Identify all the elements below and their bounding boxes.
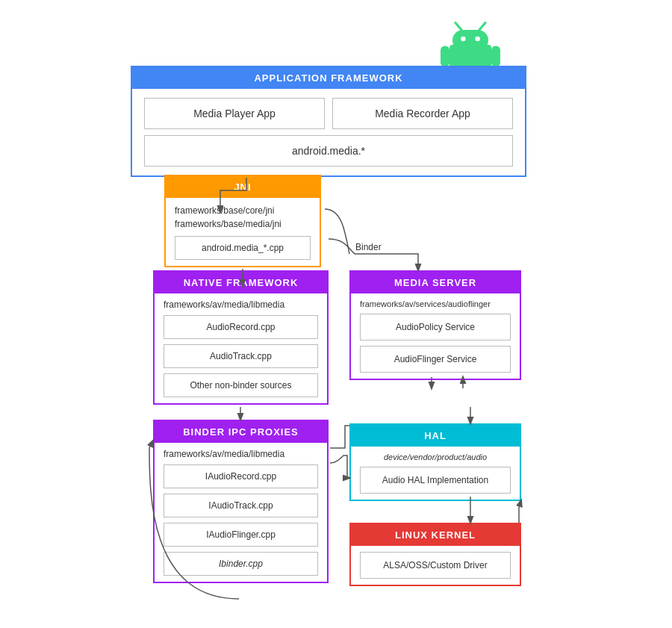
- linux-kernel-header: LINUX KERNEL: [351, 524, 520, 546]
- ibinder-box: Ibinder.cpp: [164, 552, 318, 576]
- native-framework-header: NATIVE FRAMEWORK: [155, 272, 327, 293]
- hal-path: device/vendor/product/audio: [360, 453, 511, 461]
- jni-header: JNI: [166, 176, 320, 198]
- diagram-container: APPLICATION FRAMEWORK Media Player App M…: [0, 0, 672, 628]
- svg-point-3: [475, 37, 479, 41]
- binder-label: Binder: [355, 242, 382, 252]
- linux-kernel-box: LINUX KERNEL ALSA/OSS/Custom Driver: [349, 523, 521, 586]
- app-framework-box: APPLICATION FRAMEWORK Media Player App M…: [131, 66, 526, 177]
- svg-rect-7: [491, 46, 500, 67]
- audio-hal-impl-box: Audio HAL Implementation: [360, 467, 511, 494]
- audio-policy-service-box: AudioPolicy Service: [360, 314, 511, 341]
- other-sources-box: Other non-binder sources: [164, 373, 318, 397]
- jni-path: frameworks/base/core/jniframeworks/base/…: [175, 204, 311, 231]
- media-server-header: MEDIA SERVER: [351, 272, 520, 293]
- iaudio-record-box: IAudioRecord.cpp: [164, 464, 318, 488]
- jni-box: JNI frameworks/base/core/jniframeworks/b…: [164, 175, 321, 267]
- audio-track-box: AudioTrack.cpp: [164, 344, 318, 368]
- media-recorder-app-box: Media Recorder App: [332, 98, 513, 129]
- hal-box: HAL device/vendor/product/audio Audio HA…: [349, 423, 521, 501]
- iaudio-flinger-box: IAudioFlinger.cpp: [164, 523, 318, 547]
- svg-line-5: [479, 22, 485, 30]
- alsa-driver-box: ALSA/OSS/Custom Driver: [360, 552, 511, 579]
- svg-line-4: [455, 22, 461, 30]
- binder-path: frameworks/av/media/libmedia: [164, 449, 318, 459]
- binder-ipc-header: BINDER IPC PROXIES: [155, 421, 327, 443]
- hal-header: HAL: [351, 425, 520, 447]
- android-media-box: android.media.*: [144, 135, 513, 167]
- native-path: frameworks/av/media/libmedia: [164, 299, 318, 310]
- media-server-box: MEDIA SERVER frameworks/av/services/audi…: [349, 270, 521, 380]
- jni-cpp-box: android.media_*.cpp: [175, 236, 311, 260]
- audio-record-box: AudioRecord.cpp: [164, 315, 318, 339]
- native-framework-box: NATIVE FRAMEWORK frameworks/av/media/lib…: [153, 270, 329, 405]
- media-server-path: frameworks/av/services/audioflinger: [360, 299, 511, 308]
- media-player-app-box: Media Player App: [144, 98, 325, 129]
- svg-rect-6: [441, 46, 449, 67]
- iaudio-track-box: IAudioTrack.cpp: [164, 494, 318, 517]
- app-framework-header: APPLICATION FRAMEWORK: [132, 67, 525, 89]
- audio-flinger-service-box: AudioFlinger Service: [360, 346, 511, 373]
- binder-ipc-box: BINDER IPC PROXIES frameworks/av/media/l…: [153, 420, 329, 583]
- svg-point-2: [461, 37, 465, 41]
- svg-rect-1: [452, 30, 488, 51]
